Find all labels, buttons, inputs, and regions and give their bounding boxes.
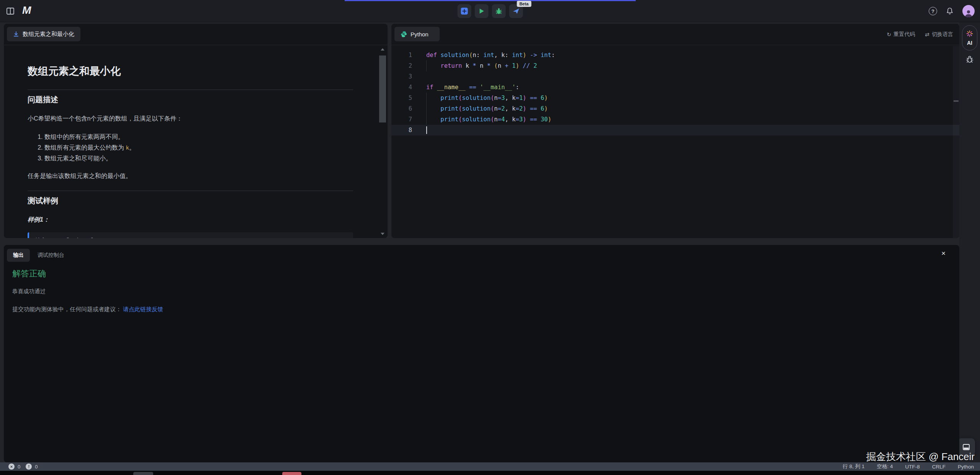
tab-debug-console[interactable]: 调试控制台 (38, 249, 64, 262)
errors-count: 0 (18, 464, 20, 470)
problem-tab[interactable]: 数组元素之和最小化 (7, 27, 80, 41)
code-line[interactable]: if __name__ == '__main__': (391, 82, 953, 93)
section-samples-heading: 测试样例 (28, 196, 353, 206)
overview-line-marker (953, 125, 959, 135)
output-tab-row: 输出 调试控制台 × (4, 245, 959, 265)
problem-title: 数组元素之和最小化 (28, 64, 353, 78)
ai-assistant-button[interactable]: AI (962, 25, 977, 51)
description-scrollbar[interactable] (379, 46, 386, 236)
list-item: 数组中的所有元素两两不同。 (44, 132, 353, 142)
reset-code-button[interactable]: ↻ 重置代码 (887, 31, 915, 38)
feedback-line: 提交功能内测体验中，任何问题或者建议： 请点此链接反馈 (12, 306, 959, 313)
taskbar-item[interactable] (133, 472, 153, 475)
top-progress-accent (345, 0, 636, 1)
feedback-text: 提交功能内测体验中，任何问题或者建议： (12, 306, 121, 312)
taskbar-item[interactable] (282, 472, 301, 475)
output-panel: 输出 调试控制台 × 解答正确 恭喜成功通过 提交功能内测体验中，任何问题或者建… (4, 245, 959, 462)
marscode-logo[interactable]: M (22, 4, 30, 16)
description-tab-row: 数组元素之和最小化 (4, 24, 388, 45)
swap-arrows-icon: ⇄ (925, 31, 929, 38)
close-panel-icon[interactable]: × (941, 250, 946, 257)
code-line[interactable] (391, 71, 953, 82)
reset-icon: ↻ (887, 31, 892, 38)
errors-icon: × (8, 464, 15, 470)
editor-tab-row: Python ↻ 重置代码 ⇄ 切换语言 (391, 24, 959, 45)
task-statement: 任务是输出该数组元素之和的最小值。 (28, 171, 353, 181)
scroll-down-arrow-icon[interactable] (381, 233, 384, 235)
sample-input-block: 输入：n = 3, k = 1 (28, 232, 353, 238)
problem-tab-label: 数组元素之和最小化 (23, 31, 74, 38)
list-item: 数组所有元素的最大公约数为 k。 (44, 142, 353, 153)
scrollbar-thumb[interactable] (379, 55, 386, 122)
eol-setting[interactable]: CRLF (932, 464, 946, 470)
bottom-task-strip (0, 471, 980, 475)
warnings-icon: ! (26, 464, 32, 470)
top-right-group: ? (929, 0, 975, 22)
person-icon (964, 10, 973, 17)
section-problem-heading: 问题描述 (28, 95, 353, 105)
switch-language-button[interactable]: ⇄ 切换语言 (925, 31, 953, 38)
divider (28, 90, 353, 90)
code-line[interactable] (391, 125, 953, 135)
list-item: 数组元素之和尽可能小。 (44, 153, 353, 164)
code-line[interactable]: print(solution(n=3, k=1) == 6) (391, 93, 953, 103)
problem-description-panel: 数组元素之和最小化 数组元素之和最小化 问题描述 小C希望构造一个包含n个元素的… (4, 24, 388, 238)
add-test-button[interactable] (457, 4, 471, 18)
divider (28, 191, 353, 191)
code-line[interactable]: print(solution(n=4, k=3) == 30) (391, 114, 953, 125)
result-subtitle: 恭喜成功通过 (12, 288, 959, 295)
plus-square-icon (460, 7, 468, 15)
scroll-up-arrow-icon[interactable] (381, 48, 384, 51)
feedback-link[interactable]: 请点此链接反馈 (123, 306, 163, 312)
editor-toolbar: ↻ 重置代码 ⇄ 切换语言 (887, 24, 953, 45)
problems-summary[interactable]: × 0 ! 0 (0, 464, 38, 470)
layout-toggle-button[interactable] (6, 7, 15, 15)
python-icon (401, 31, 407, 38)
code-line[interactable]: def solution(n: int, k: int) -> int: (391, 50, 953, 60)
encoding[interactable]: UTF-8 (905, 464, 919, 470)
debug-run-button[interactable] (492, 4, 506, 18)
submit-button[interactable]: Beta (509, 4, 523, 18)
help-button[interactable]: ? (929, 7, 937, 15)
description-content: 数组元素之和最小化 问题描述 小C希望构造一个包含n个元素的数组，且满足以下条件… (28, 45, 353, 238)
sample-1-label: 样例1： (28, 216, 353, 224)
ai-label: AI (967, 40, 972, 46)
user-avatar[interactable] (962, 5, 975, 17)
sparkle-icon (966, 30, 973, 38)
beta-badge: Beta (517, 1, 531, 7)
editor-scrollbar[interactable] (953, 46, 959, 238)
inline-code-k: k (126, 145, 129, 151)
status-right-group: 行 8, 列 1 空格: 4 UTF-8 CRLF Python (843, 463, 980, 470)
notifications-bell-icon[interactable] (946, 7, 954, 15)
output-content: 解答正确 恭喜成功通过 提交功能内测体验中，任何问题或者建议： 请点此链接反馈 (4, 268, 959, 313)
editor-code[interactable]: def solution(n: int, k: int) -> int: ret… (391, 50, 953, 135)
community-watermark: 掘金技术社区 @ Fanceir (866, 450, 975, 464)
split-panel-icon (6, 7, 15, 15)
run-button[interactable] (474, 4, 488, 18)
language-mode[interactable]: Python (958, 464, 974, 470)
reset-code-label: 重置代码 (893, 31, 915, 38)
code-editor-panel: Python ↻ 重置代码 ⇄ 切换语言 12345678 def soluti… (391, 24, 959, 238)
indent-setting[interactable]: 空格: 4 (877, 463, 893, 470)
download-icon (13, 31, 19, 37)
sidebar-debug-button[interactable] (965, 55, 974, 65)
editor-scrollbar-thumb[interactable] (954, 100, 959, 102)
code-line[interactable]: print(solution(n=2, k=2) == 6) (391, 103, 953, 114)
problem-intro: 小C希望构造一个包含n个元素的数组，且满足以下条件： (28, 114, 353, 123)
app-root: M Beta ? (0, 0, 980, 475)
python-tab-label: Python (411, 31, 429, 38)
bug-icon (495, 7, 502, 15)
python-tab[interactable]: Python (394, 27, 440, 41)
play-icon (478, 8, 485, 15)
right-sidebar: AI (959, 22, 980, 462)
text-cursor (426, 126, 427, 134)
conditions-list: 数组中的所有元素两两不同。 数组所有元素的最大公约数为 k。 数组元素之和尽可能… (28, 132, 353, 164)
code-area[interactable]: 12345678 def solution(n: int, k: int) ->… (391, 50, 953, 238)
cursor-position[interactable]: 行 8, 列 1 (843, 463, 864, 470)
top-bar: M Beta ? (0, 0, 980, 22)
code-line[interactable]: return k * n * (n + 1) // 2 (391, 60, 953, 71)
tab-output[interactable]: 输出 (7, 249, 30, 262)
run-actions-group: Beta (457, 4, 523, 18)
status-bar: × 0 ! 0 行 8, 列 1 空格: 4 UTF-8 CRLF Python (0, 462, 980, 471)
result-status: 解答正确 (12, 268, 959, 279)
